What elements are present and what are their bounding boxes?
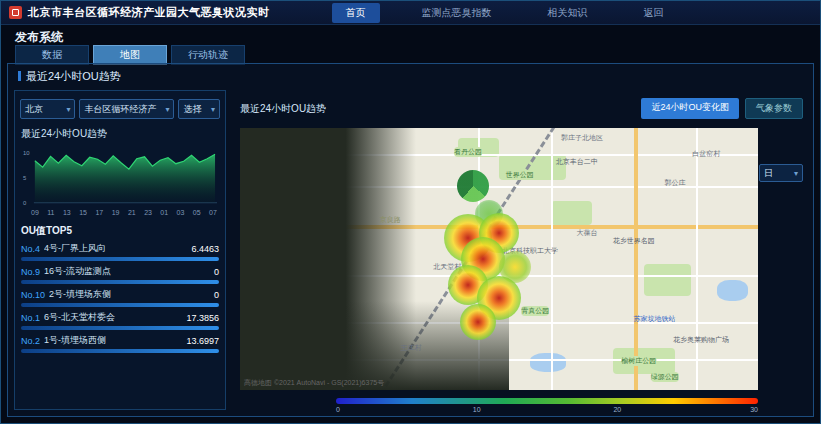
nav-item-knowledge[interactable]: 相关知识 (534, 3, 602, 23)
period-select-value: 日 (764, 167, 773, 180)
map-label: 北京丰台二中 (556, 157, 598, 167)
ou-value: 13.6997 (186, 336, 219, 346)
map-attribution: 高德地图 ©2021 AutoNavi - GS(2021)6375号 (244, 378, 384, 388)
chevron-down-icon: ▾ (66, 105, 70, 114)
map-road (696, 128, 698, 390)
trend-chart-svg: 1050 (21, 143, 219, 209)
svg-text:0: 0 (23, 200, 27, 206)
ou-change-chart-button[interactable]: 近24小时OU变化图 (641, 98, 739, 119)
value-bar (21, 257, 219, 261)
map-road (551, 128, 553, 390)
svg-text:10: 10 (23, 150, 30, 156)
station-name: 2号-填埋场东侧 (49, 288, 214, 301)
right-panel-header: 最近24小时OU趋势 近24小时OU变化图 气象参数 (240, 98, 803, 119)
point-select[interactable]: 选择 ▾ (178, 99, 220, 119)
top5-title: OU值TOP5 (15, 216, 225, 242)
x-tick-label: 19 (112, 209, 120, 216)
panel-title: 最近24小时OU趋势 (18, 69, 121, 84)
x-tick-label: 15 (79, 209, 87, 216)
map-label: 郭公庄 (665, 178, 686, 188)
map-label: 王庄村 (400, 343, 421, 353)
tab-track[interactable]: 行动轨迹 (171, 45, 245, 65)
x-tick-label: 21 (128, 209, 136, 216)
region-select-value: 北京 (25, 103, 43, 116)
list-item[interactable]: No.10 2号-填埋场东侧 0 (21, 288, 219, 307)
top5-list: No.4 4号-厂界上风向 6.4463 No.9 16号-流动监测点 0 No… (15, 242, 225, 353)
x-tick-label: 23 (144, 209, 152, 216)
app-window: 北京市丰台区循环经济产业园大气恶臭状况实时 首页 监测点恶臭指数 相关知识 返回… (0, 0, 821, 424)
map-canvas[interactable]: 高德地图 ©2021 AutoNavi - GS(2021)6375号 郭庄子北… (240, 128, 758, 390)
map-label: 苏家坟地铁站 (633, 314, 675, 324)
map-label: 大葆台 (577, 228, 598, 238)
nav-item-home[interactable]: 首页 (332, 3, 380, 23)
rank-badge: No.4 (21, 244, 40, 254)
nav-item-back[interactable]: 返回 (630, 3, 678, 23)
station-name: 16号-流动监测点 (44, 265, 214, 278)
x-tick-label: 13 (63, 209, 71, 216)
region-select[interactable]: 北京 ▾ (20, 99, 75, 119)
map-water-area (530, 353, 566, 371)
legend-tick: 30 (750, 406, 758, 413)
map-label: 世界公园 (506, 170, 534, 180)
trend-chart-title: 最近24小时OU趋势 (15, 121, 225, 143)
map-label: 白盆窑村 (692, 149, 720, 159)
svg-text:5: 5 (23, 175, 27, 181)
rank-badge: No.10 (21, 290, 45, 300)
chevron-down-icon: ▾ (794, 169, 798, 178)
legend-tick: 10 (473, 406, 481, 413)
map-label: 青真公园 (521, 306, 549, 316)
trend-x-axis: 091113151719212301030507 (15, 209, 225, 216)
chevron-down-icon: ▾ (211, 105, 215, 114)
ou-value: 6.4463 (191, 244, 219, 254)
point-select-value: 选择 (183, 103, 201, 116)
period-select[interactable]: 日 ▾ (759, 164, 803, 182)
x-tick-label: 01 (160, 209, 168, 216)
rank-badge: No.2 (21, 336, 40, 346)
park-select-value: 丰台区循环经济产 (84, 103, 156, 116)
ou-value: 17.3856 (186, 313, 219, 323)
map-label: 花乡世界名园 (613, 236, 655, 246)
x-tick-label: 17 (95, 209, 103, 216)
x-tick-label: 05 (193, 209, 201, 216)
map-toolbar: 近24小时OU变化图 气象参数 (641, 98, 803, 119)
station-name: 1号-填埋场西侧 (44, 334, 186, 347)
top-bar: 北京市丰台区循环经济产业园大气恶臭状况实时 首页 监测点恶臭指数 相关知识 返回 (1, 1, 820, 25)
nav-item-odor-index[interactable]: 监测点恶臭指数 (408, 3, 506, 23)
x-tick-label: 09 (31, 209, 39, 216)
heatmap-legend: 0102030 (336, 398, 758, 416)
list-item[interactable]: No.4 4号-厂界上风向 6.4463 (21, 242, 219, 261)
map-label: 郭庄子北地区 (561, 133, 603, 143)
rank-badge: No.9 (21, 267, 40, 277)
list-item[interactable]: No.1 6号-北天堂村委会 17.3856 (21, 311, 219, 330)
filter-selects: 北京 ▾ 丰台区循环经济产 ▾ 选择 ▾ (15, 91, 225, 121)
weather-params-button[interactable]: 气象参数 (745, 98, 803, 119)
map-pie-marker (457, 170, 489, 202)
park-select[interactable]: 丰台区循环经济产 ▾ (79, 99, 174, 119)
map-park-area (644, 264, 691, 295)
app-title: 北京市丰台区循环经济产业园大气恶臭状况实时 (28, 5, 270, 20)
x-tick-label: 03 (177, 209, 185, 216)
heatmap-legend-gradient (336, 398, 758, 404)
tab-map[interactable]: 地图 (93, 45, 167, 65)
value-bar (21, 280, 219, 284)
heatmap-legend-ticks: 0102030 (336, 406, 758, 416)
map-label: 花乡奥莱购物广场 (673, 335, 729, 345)
map-park-area (551, 201, 592, 225)
map-label: 看丹公园 (454, 147, 482, 157)
left-panel: 北京 ▾ 丰台区循环经济产 ▾ 选择 ▾ 最近24小时OU趋势 1050 091… (14, 90, 226, 410)
value-bar (21, 349, 219, 353)
system-label: 发布系统 (15, 29, 63, 46)
x-tick-label: 11 (47, 209, 54, 216)
map-label: 榆树庄公园 (621, 356, 656, 366)
rank-badge: No.1 (21, 313, 40, 323)
station-name: 6号-北天堂村委会 (44, 311, 186, 324)
legend-tick: 20 (613, 406, 621, 413)
value-bar (21, 303, 219, 307)
list-item[interactable]: No.9 16号-流动监测点 0 (21, 265, 219, 284)
tab-data[interactable]: 数据 (15, 45, 89, 65)
camera-icon (9, 6, 22, 19)
view-tabs: 数据 地图 行动轨迹 (15, 45, 245, 65)
main-panel: 最近24小时OU趋势 北京 ▾ 丰台区循环经济产 ▾ 选择 ▾ 最近24小时OU… (7, 63, 814, 417)
list-item[interactable]: No.2 1号-填埋场西侧 13.6997 (21, 334, 219, 353)
trend-area-chart: 1050 (21, 143, 219, 209)
